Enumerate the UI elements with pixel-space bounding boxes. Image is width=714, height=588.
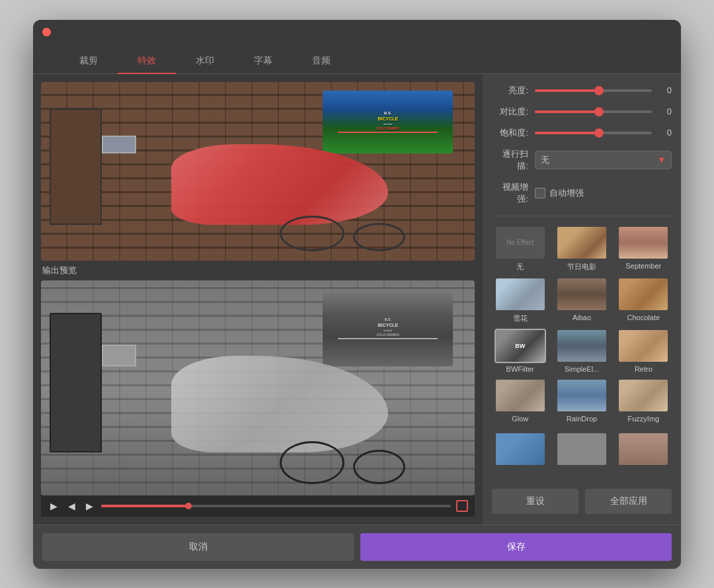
filter-glow[interactable]: Glow <box>492 378 548 423</box>
filter-label-fuzzyimg: FuzzyImg <box>627 415 659 423</box>
sign-text-bs: B.S. <box>384 110 392 116</box>
bw-video-frame: B.S. BICYCLE on hire COLD DRINKS <box>41 280 475 495</box>
simpleel-bg <box>557 330 606 362</box>
tab-crop[interactable]: 裁剪 <box>60 48 118 73</box>
prev-frame-button[interactable]: ◀ <box>65 499 78 513</box>
filter-label-aibao: Aibao <box>573 314 591 321</box>
chocolate-bg <box>619 278 668 310</box>
tab-watermark[interactable]: 水印 <box>176 48 234 73</box>
filter-thumb-fuzzyimg <box>617 378 669 413</box>
filter-no-effect[interactable]: No Effect 无 <box>492 226 548 272</box>
progress-fill <box>101 505 188 507</box>
filter-thumb-partial3 <box>617 432 669 466</box>
contrast-row: 对比度: 0 <box>492 106 672 118</box>
tab-audio[interactable]: 音频 <box>292 48 350 73</box>
filter-retro[interactable]: Retro <box>615 329 672 373</box>
app-window: 裁剪 特效 水印 字幕 音频 B.S. BICY <box>33 20 681 569</box>
saturation-label: 饱和度: <box>492 127 528 139</box>
filter-label-raindrop: RainDrop <box>567 415 597 423</box>
filter-label-glow: Glow <box>512 415 528 423</box>
apply-all-button[interactable]: 全部应用 <box>585 489 672 514</box>
enhance-row: 视频增强: 自动增强 <box>492 181 672 205</box>
filter-bwfilter[interactable]: BW BWFilter <box>492 329 548 373</box>
filter-label-holiday: 节日电影 <box>567 262 596 272</box>
raindrop-bg <box>557 380 606 411</box>
filter-partial2[interactable] <box>553 432 610 466</box>
snow-bg <box>496 278 545 310</box>
filter-thumb-simpleel <box>556 329 608 363</box>
filter-snow[interactable]: 雪花 <box>492 277 548 323</box>
close-button[interactable] <box>42 28 51 36</box>
enhance-checkbox[interactable] <box>535 188 545 198</box>
reset-button[interactable]: 重设 <box>492 489 578 514</box>
video-controls: ▶ ◀ ▶ <box>41 495 475 517</box>
play-button[interactable]: ▶ <box>48 499 60 513</box>
filter-label-retro: Retro <box>635 365 653 373</box>
contrast-slider[interactable] <box>535 110 652 113</box>
filter-label-bwfilter: BWFilter <box>506 365 534 373</box>
filter-simpleel[interactable]: SimpleEl... <box>553 329 610 373</box>
main-content: B.S. BICYCLE on hire COLD DRINKS 输出预览 <box>33 74 681 525</box>
output-preview-label: 输出预览 <box>41 261 475 280</box>
filter-chocolate[interactable]: Chocolate <box>615 277 672 323</box>
brightness-value: 0 <box>658 85 672 95</box>
progress-bar[interactable] <box>101 505 451 507</box>
glow-bg <box>496 380 545 411</box>
brightness-slider[interactable] <box>535 89 652 92</box>
sign-text-bicycle: BICYCLE <box>377 116 398 122</box>
filter-holiday[interactable]: 节日电影 <box>553 226 610 272</box>
filter-label-september: September <box>625 262 661 270</box>
bwfilter-bg: BW <box>496 330 545 362</box>
action-buttons: 重设 全部应用 <box>492 482 672 514</box>
filter-label-snow: 雪花 <box>513 314 528 323</box>
interlace-row: 逐行扫描: 无 ▼ <box>492 148 672 172</box>
saturation-fill <box>535 132 599 134</box>
contrast-fill <box>535 110 599 113</box>
contrast-thumb[interactable] <box>594 107 604 116</box>
sign-text-cold: COLD DRINKS <box>376 126 399 131</box>
partial-filter-row <box>492 432 672 466</box>
fullscreen-button[interactable] <box>456 500 468 512</box>
tab-subtitle[interactable]: 字幕 <box>234 48 292 73</box>
next-frame-button[interactable]: ▶ <box>83 499 96 513</box>
filter-label-simpleel: SimpleEl... <box>565 365 600 373</box>
filter-thumb-partial1 <box>495 432 546 466</box>
filter-partial3[interactable] <box>615 432 672 466</box>
cancel-button[interactable]: 取消 <box>42 533 354 561</box>
filter-fuzzyimg[interactable]: FuzzyImg <box>615 378 672 423</box>
aibao-bg <box>557 278 606 310</box>
filter-raindrop[interactable]: RainDrop <box>553 378 610 423</box>
divider <box>492 216 672 216</box>
partial3-bg <box>619 433 668 465</box>
contrast-label: 对比度: <box>492 106 528 118</box>
tab-effects[interactable]: 特效 <box>118 48 176 73</box>
save-button[interactable]: 保存 <box>360 533 672 561</box>
partial1-bg <box>496 433 545 465</box>
title-bar <box>33 20 681 45</box>
filter-thumb-holiday <box>556 226 608 260</box>
saturation-thumb[interactable] <box>594 128 604 138</box>
progress-thumb[interactable] <box>185 503 192 509</box>
fuzzyimg-bg <box>619 380 668 411</box>
filter-thumb-no-effect: No Effect <box>495 226 546 260</box>
filter-label-no-effect: 无 <box>516 262 524 272</box>
filter-september[interactable]: September <box>615 226 672 272</box>
filter-partial1[interactable] <box>492 432 548 466</box>
filter-thumb-raindrop <box>556 378 608 413</box>
filter-thumb-bwfilter: BW <box>495 329 546 363</box>
tab-bar: 裁剪 特效 水印 字幕 音频 <box>33 45 681 74</box>
interlace-value: 无 <box>541 154 549 166</box>
right-panel: 亮度: 0 对比度: 0 饱和度: <box>483 74 681 525</box>
saturation-slider[interactable] <box>535 132 652 134</box>
bw-sign-text-bs: B.S. <box>385 317 391 322</box>
chevron-down-icon: ▼ <box>657 155 666 165</box>
original-video-frame: B.S. BICYCLE on hire COLD DRINKS <box>41 82 475 261</box>
brightness-thumb[interactable] <box>594 86 604 95</box>
filter-aibao[interactable]: Aibao <box>553 277 610 323</box>
interlace-select[interactable]: 无 ▼ <box>535 151 672 169</box>
saturation-row: 饱和度: 0 <box>492 127 672 139</box>
enhance-label: 视频增强: <box>492 181 528 205</box>
filter-thumb-chocolate <box>617 277 669 312</box>
filter-thumb-snow <box>495 277 546 312</box>
filter-thumb-september <box>617 226 669 260</box>
